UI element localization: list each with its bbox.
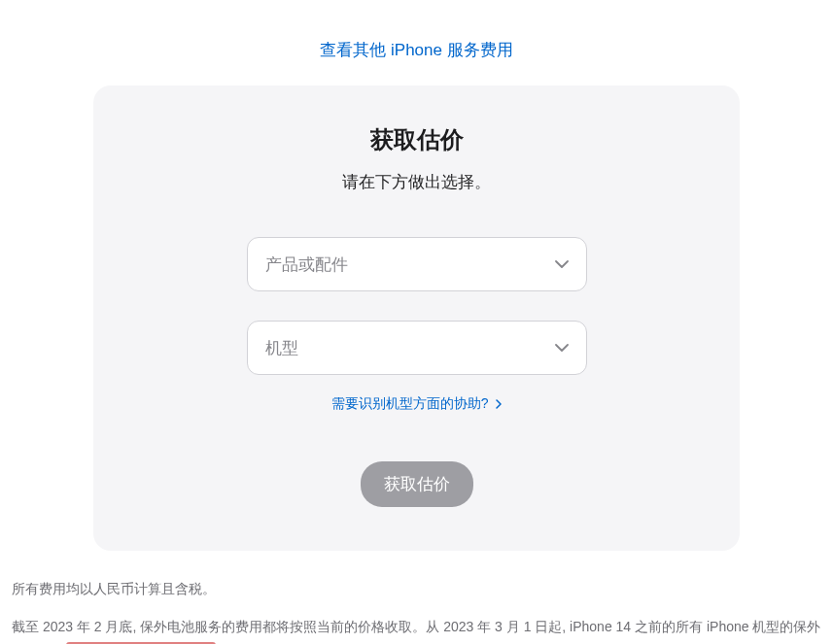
chevron-right-icon: [496, 396, 502, 412]
model-select-wrapper: 机型: [247, 321, 587, 375]
help-link-container: 需要识别机型方面的协助?: [142, 394, 691, 413]
footer-container: 所有费用均以人民币计算且含税。 截至 2023 年 2 月底, 保外电池服务的费…: [10, 578, 823, 644]
footer-text-part1: 截至 2023 年 2 月底, 保外电池服务的费用都将按照当前的价格收取。从 2…: [12, 619, 820, 644]
footer-disclaimer-2: 截至 2023 年 2 月底, 保外电池服务的费用都将按照当前的价格收取。从 2…: [12, 615, 821, 644]
top-link-container: 查看其他 iPhone 服务费用: [10, 0, 823, 85]
model-select[interactable]: 机型: [247, 321, 587, 375]
chevron-down-icon: [555, 344, 569, 352]
other-services-link[interactable]: 查看其他 iPhone 服务费用: [320, 41, 512, 59]
get-estimate-button[interactable]: 获取估价: [361, 461, 473, 507]
chevron-down-icon: [555, 260, 569, 268]
product-select-wrapper: 产品或配件: [247, 237, 587, 291]
model-select-placeholder: 机型: [265, 337, 298, 359]
product-select-placeholder: 产品或配件: [265, 254, 348, 276]
card-subtitle: 请在下方做出选择。: [142, 171, 691, 193]
help-link-text: 需要识别机型方面的协助?: [331, 395, 489, 411]
page-container: 查看其他 iPhone 服务费用 获取估价 请在下方做出选择。 产品或配件 机型: [0, 0, 833, 644]
estimate-card: 获取估价 请在下方做出选择。 产品或配件 机型 需要识别机型方面的协助?: [93, 85, 740, 551]
product-select[interactable]: 产品或配件: [247, 237, 587, 291]
card-title: 获取估价: [142, 124, 691, 155]
footer-disclaimer-1: 所有费用均以人民币计算且含税。: [12, 578, 821, 599]
help-identify-link[interactable]: 需要识别机型方面的协助?: [331, 395, 503, 411]
